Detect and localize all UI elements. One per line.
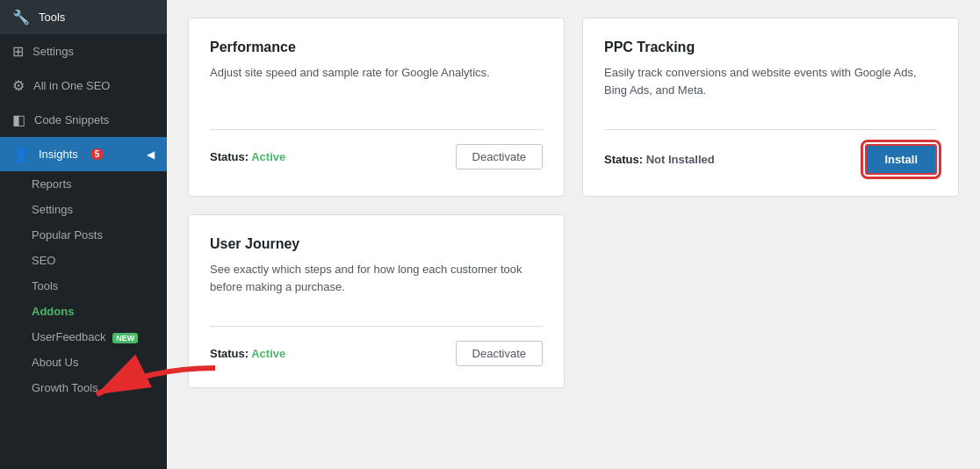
performance-deactivate-button[interactable]: Deactivate (456, 144, 543, 170)
sidebar-item-tools[interactable]: 🔧 Tools (0, 0, 167, 34)
ppc-status: Status: Not Installed (604, 153, 715, 166)
sidebar-item-addons[interactable]: Addons (0, 299, 167, 324)
tools-icon: 🔧 (12, 9, 30, 25)
performance-card-footer: Status: Active Deactivate (210, 129, 543, 170)
aio-seo-icon: ⚙ (12, 77, 25, 94)
sidebar-item-tools-label: Tools (39, 11, 65, 24)
sidebar-nav: 🔧 Tools ⊞ Settings ⚙ All in One SEO ◧ Co… (0, 0, 167, 469)
sidebar-item-growth-tools[interactable]: Growth Tools (0, 375, 167, 400)
user-journey-card-desc: See exactly which steps and for how long… (210, 261, 543, 305)
sidebar-item-settings-label: Settings (32, 45, 74, 58)
insights-icon: 👤 (12, 146, 30, 162)
sidebar-item-reports[interactable]: Reports (0, 171, 167, 197)
performance-card-desc: Adjust site speed and sample rate for Go… (210, 64, 543, 108)
ppc-card-footer: Status: Not Installed Install (604, 129, 937, 175)
sidebar-item-insights[interactable]: 👤 Insights 5 ◀ (0, 137, 167, 171)
sidebar-item-seo[interactable]: SEO (0, 248, 167, 273)
main-content: Performance Adjust site speed and sample… (167, 0, 980, 469)
sidebar: 🔧 Tools ⊞ Settings ⚙ All in One SEO ◧ Co… (0, 0, 167, 469)
sidebar-item-about-us[interactable]: About Us (0, 350, 167, 375)
insights-badge: 5 (90, 148, 104, 160)
ppc-card-desc: Easily track conversions and website eve… (604, 64, 937, 108)
sidebar-item-settings[interactable]: ⊞ Settings (0, 34, 167, 69)
user-journey-card-footer: Status: Active Deactivate (210, 326, 543, 366)
sidebar-item-aio-seo-label: All in One SEO (33, 79, 110, 92)
performance-status: Status: Active (210, 150, 285, 163)
collapse-arrow-icon: ◀ (147, 148, 155, 161)
addons-cards-grid: Performance Adjust site speed and sample… (188, 18, 959, 388)
sidebar-item-popular-posts[interactable]: Popular Posts (0, 222, 167, 248)
sidebar-item-code-snippets-label: Code Snippets (34, 113, 109, 126)
sidebar-item-settings-sub[interactable]: Settings (0, 197, 167, 222)
sidebar-item-tools-sub[interactable]: Tools (0, 273, 167, 299)
user-journey-card: User Journey See exactly which steps and… (188, 214, 565, 388)
user-journey-status-value: Active (251, 347, 285, 360)
sidebar-item-userfeedback[interactable]: UserFeedback NEW (0, 324, 167, 350)
sidebar-submenu: Reports Settings Popular Posts SEO Tools… (0, 171, 167, 400)
user-journey-card-title: User Journey (210, 236, 543, 252)
performance-status-value: Active (251, 150, 285, 163)
user-journey-status: Status: Active (210, 347, 285, 360)
ppc-card-title: PPC Tracking (604, 40, 937, 55)
ppc-install-button[interactable]: Install (865, 144, 937, 175)
performance-card-title: Performance (210, 40, 543, 55)
sidebar-item-insights-label: Insights (39, 148, 78, 161)
ppc-tracking-card: PPC Tracking Easily track conversions an… (582, 18, 959, 197)
new-badge: NEW (112, 333, 138, 343)
performance-card: Performance Adjust site speed and sample… (188, 18, 565, 197)
sidebar-item-aio-seo[interactable]: ⚙ All in One SEO (0, 69, 167, 103)
settings-icon: ⊞ (12, 43, 24, 60)
sidebar-item-code-snippets[interactable]: ◧ Code Snippets (0, 103, 167, 137)
ppc-status-value: Not Installed (646, 153, 715, 166)
code-snippets-icon: ◧ (12, 112, 25, 128)
user-journey-deactivate-button[interactable]: Deactivate (456, 341, 543, 366)
